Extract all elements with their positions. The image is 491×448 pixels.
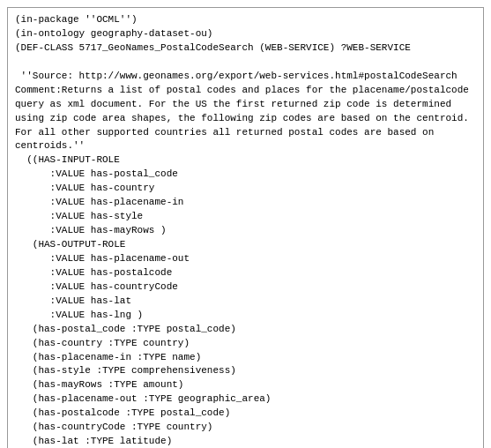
code-block: (in-package ''OCML'') (in-ontology geogr… <box>8 8 483 448</box>
listing-container: (in-package ''OCML'') (in-ontology geogr… <box>7 7 484 448</box>
